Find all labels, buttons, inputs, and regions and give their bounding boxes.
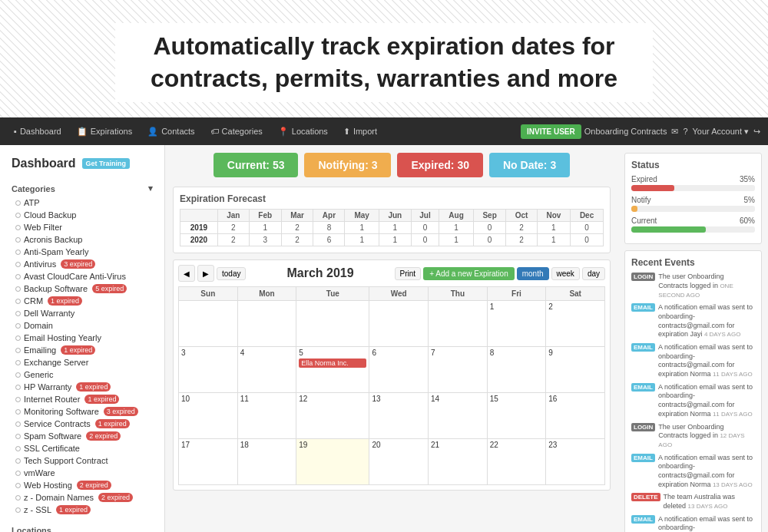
- dot-icon: [15, 421, 21, 427]
- event-item: EMAILA notification email was sent to on…: [631, 515, 755, 532]
- status-current-row: Current 60%: [631, 216, 755, 233]
- calendar-cell[interactable]: [179, 301, 238, 347]
- calendar-cell[interactable]: 2: [546, 301, 605, 347]
- nav-expirations[interactable]: 📋 Expirations: [71, 117, 138, 145]
- event-text: A notification email was sent to onboard…: [658, 515, 755, 532]
- view-day-button[interactable]: day: [582, 267, 605, 280]
- sidebar-item-hp[interactable]: HP Warranty 1 expired: [0, 381, 164, 393]
- calendar-cell[interactable]: 23: [546, 439, 605, 485]
- view-month-button[interactable]: month: [517, 267, 549, 280]
- dot-icon: [15, 372, 21, 378]
- sidebar-item-internet-router[interactable]: Internet Router 1 expired: [0, 393, 164, 405]
- stat-notifying[interactable]: Notifying: 3: [304, 153, 391, 177]
- calendar-cell[interactable]: 12: [296, 393, 369, 439]
- calendar-cell[interactable]: 21: [429, 439, 488, 485]
- onboarding-link[interactable]: Onboarding Contracts: [584, 127, 667, 136]
- calendar-cell[interactable]: 16: [546, 393, 605, 439]
- sidebar-item-antivirus[interactable]: Antivirus 3 expired: [0, 258, 164, 270]
- nav-locations[interactable]: 📍 Locations: [272, 117, 334, 145]
- expired-label: Expired: [631, 175, 657, 183]
- calendar-cell[interactable]: [237, 301, 296, 347]
- sidebar-item-exchange[interactable]: Exchange Server: [0, 356, 164, 368]
- calendar-cell[interactable]: 7: [429, 347, 488, 393]
- calendar-cell[interactable]: 20: [369, 439, 429, 485]
- get-training-badge[interactable]: Get Training: [82, 158, 131, 169]
- sidebar-item-ssl-cert[interactable]: SSL Certificate: [0, 442, 164, 454]
- stat-current[interactable]: Current: 53: [214, 153, 299, 177]
- calendar-event[interactable]: Ella Norma Inc.: [299, 359, 366, 368]
- event-text: The team Australia was deleted 13 DAYS A…: [664, 493, 755, 511]
- sidebar-item-generic[interactable]: Generic: [0, 368, 164, 381]
- sidebar-item-vmware[interactable]: vmWare: [0, 467, 164, 479]
- calendar-cell[interactable]: 9: [546, 347, 605, 393]
- contacts-icon: 👤: [147, 127, 158, 137]
- hero-section: Automatically track expiration dates for…: [0, 0, 768, 117]
- sidebar-item-z-ssl[interactable]: z - SSL 1 expired: [0, 504, 164, 516]
- calendar-cell[interactable]: 22: [487, 439, 546, 485]
- stats-row: Current: 53 Notifying: 3 Expired: 30 No …: [173, 153, 611, 177]
- sidebar-item-domain-names[interactable]: z - Domain Names 2 expired: [0, 491, 164, 504]
- invite-user-button[interactable]: INVITE USER: [521, 124, 581, 139]
- event-badge: EMAIL: [631, 515, 655, 524]
- sidebar-item-crm[interactable]: CRM 1 expired: [0, 295, 164, 307]
- logout-icon: ↪: [753, 127, 760, 137]
- calendar-cell[interactable]: 18: [237, 439, 296, 485]
- account-menu[interactable]: Your Account ▾: [693, 127, 749, 137]
- current-count: 60%: [740, 216, 755, 225]
- dot-icon: [15, 458, 21, 464]
- calendar-cell[interactable]: 3: [179, 347, 238, 393]
- event-badge: EMAIL: [631, 343, 655, 352]
- add-expiration-button[interactable]: + Add a new Expiration: [423, 267, 515, 280]
- dot-icon: [15, 200, 21, 206]
- print-button[interactable]: Print: [395, 267, 422, 280]
- cal-nav-group: ◀ ▶ today: [178, 265, 246, 282]
- categories-collapse-icon[interactable]: ▾: [148, 183, 153, 193]
- calendar-cell[interactable]: 6: [369, 347, 429, 393]
- dot-icon: [15, 323, 21, 329]
- calendar-cell[interactable]: 15: [487, 393, 546, 439]
- sidebar-item-acronis[interactable]: Acronis Backup: [0, 233, 164, 246]
- notify-label: Notify: [631, 196, 651, 204]
- nav-contacts[interactable]: 👤 Contacts: [141, 117, 200, 145]
- sidebar-item-domain[interactable]: Domain: [0, 319, 164, 332]
- sidebar-item-spam[interactable]: Spam Software 2 expired: [0, 430, 164, 442]
- sidebar-item-tech-support[interactable]: Tech Support Contract: [0, 454, 164, 467]
- sidebar-item-service[interactable]: Service Contracts 1 expired: [0, 418, 164, 430]
- view-week-button[interactable]: week: [551, 267, 580, 280]
- nav-dashboard[interactable]: ▪ Dashboard: [8, 117, 68, 145]
- calendar-cell[interactable]: 4: [237, 347, 296, 393]
- sidebar-item-avast[interactable]: Avast CloudCare Anti-Virus: [0, 270, 164, 283]
- sidebar-item-web-filter[interactable]: Web Filter: [0, 221, 164, 233]
- dot-icon: [15, 434, 21, 439]
- event-item: EMAILA notification email was sent to on…: [631, 343, 755, 379]
- sidebar-item-dell[interactable]: Dell Warranty: [0, 307, 164, 319]
- sidebar-item-antispam[interactable]: Anti-Spam Yearly: [0, 246, 164, 258]
- stat-nodate[interactable]: No Date: 3: [489, 153, 570, 177]
- nav-import[interactable]: ⬆ Import: [337, 117, 383, 145]
- calendar-cell[interactable]: 11: [237, 393, 296, 439]
- calendar-cell[interactable]: 13: [369, 393, 429, 439]
- calendar-cell[interactable]: [296, 301, 369, 347]
- calendar-cell[interactable]: 1: [487, 301, 546, 347]
- calendar-cell[interactable]: 14: [429, 393, 488, 439]
- sidebar-item-cloud-backup[interactable]: Cloud Backup: [0, 209, 164, 221]
- calendar-cell[interactable]: [369, 301, 429, 347]
- sidebar-item-backup-sw[interactable]: Backup Software 5 expired: [0, 283, 164, 295]
- calendar-cell[interactable]: 5Ella Norma Inc.: [296, 347, 369, 393]
- sidebar-item-web-hosting[interactable]: Web Hosting 2 expired: [0, 479, 164, 491]
- cal-today-button[interactable]: today: [217, 267, 246, 280]
- calendar-cell[interactable]: 10: [179, 393, 238, 439]
- calendar-cell[interactable]: [429, 301, 488, 347]
- stat-expired[interactable]: Expired: 30: [397, 153, 482, 177]
- cal-next-button[interactable]: ▶: [197, 265, 214, 282]
- sidebar-item-email-hosting[interactable]: Email Hosting Yearly: [0, 332, 164, 344]
- calendar-cell[interactable]: 8: [487, 347, 546, 393]
- sidebar-item-monitoring[interactable]: Monitoring Software 3 expired: [0, 405, 164, 418]
- nav-categories[interactable]: 🏷 Categories: [204, 117, 269, 145]
- calendar-cell[interactable]: 17: [179, 439, 238, 485]
- cal-prev-button[interactable]: ◀: [178, 265, 195, 282]
- calendar-cell[interactable]: 19: [296, 439, 369, 485]
- sidebar-item-atp[interactable]: ATP: [0, 197, 164, 209]
- sidebar-item-emailing[interactable]: Emailing 1 expired: [0, 344, 164, 356]
- status-title: Status: [631, 160, 755, 170]
